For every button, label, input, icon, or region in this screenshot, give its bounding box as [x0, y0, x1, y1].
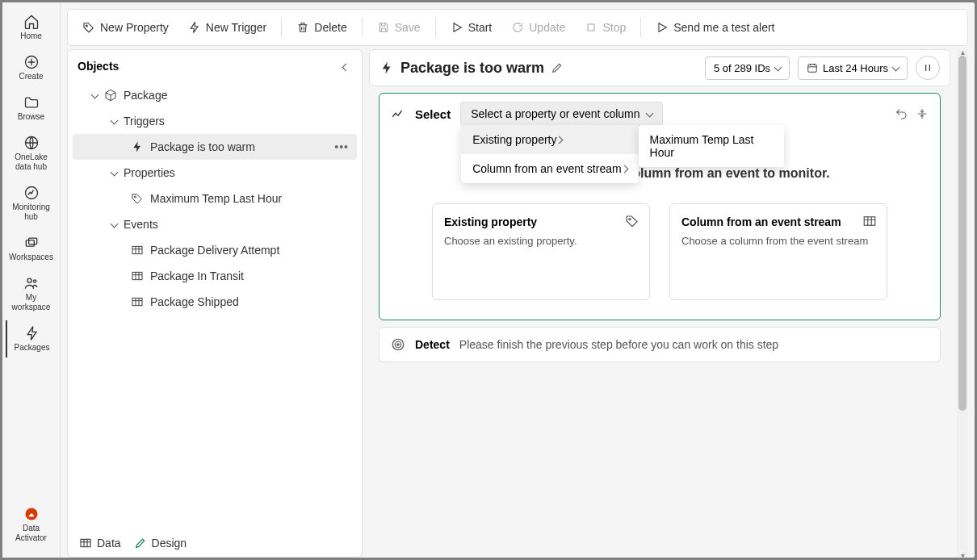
separator: [640, 18, 641, 37]
tree-label: Package Shipped: [150, 295, 239, 308]
collapse-icon[interactable]: [916, 107, 929, 120]
btn-label: Save: [395, 21, 421, 34]
submenu-max-temp[interactable]: Maximum Temp Last Hour: [639, 125, 784, 167]
edit-icon[interactable]: [551, 61, 564, 74]
svg-rect-9: [588, 24, 594, 31]
btn-label: New Property: [100, 21, 169, 34]
tree-properties[interactable]: Properties: [73, 160, 357, 186]
table-icon: [79, 537, 92, 550]
tree-event-delivery-attempt[interactable]: Package Delivery Attempt: [73, 237, 357, 263]
svg-point-16: [629, 219, 631, 220]
tab-data[interactable]: Data: [79, 537, 121, 550]
person-icon: [23, 275, 40, 291]
data-activator-icon: [23, 506, 40, 522]
chevron-down-icon: [111, 166, 117, 179]
rail-onelake[interactable]: OneLake data hub: [6, 130, 57, 177]
collapse-panel-icon[interactable]: [343, 60, 349, 73]
rail-label: Create: [19, 72, 43, 81]
delete-button[interactable]: Delete: [288, 16, 354, 39]
svg-point-6: [33, 280, 36, 282]
trash-icon: [296, 21, 309, 34]
tree-event-in-transit[interactable]: Package In Transit: [73, 263, 357, 289]
chevron-down-icon: [647, 107, 652, 120]
btn-label: New Trigger: [206, 21, 266, 34]
btn-label: Stop: [602, 21, 626, 34]
target-icon: [391, 337, 405, 352]
card-existing-property[interactable]: Existing property Choose an existing pro…: [432, 203, 650, 300]
select-property-dropdown[interactable]: Select a property or event column Existi…: [460, 102, 662, 126]
scroll-down-icon[interactable]: ▾: [958, 551, 967, 559]
objects-header: Objects: [68, 50, 362, 82]
rail-label: Packages: [15, 343, 50, 353]
chart-line-icon: [391, 107, 405, 121]
content-area: Objects Package Triggers Pac: [61, 49, 975, 558]
rail-home[interactable]: Home: [6, 9, 57, 46]
time-range-selector[interactable]: Last 24 Hours: [798, 56, 908, 80]
detect-message: Please finish the previous step before y…: [459, 338, 778, 351]
tree-label: Package: [124, 89, 167, 102]
pill-label: 5 of 289 IDs: [714, 62, 770, 74]
pause-button[interactable]: [916, 56, 940, 80]
undo-icon[interactable]: [895, 107, 908, 120]
tree-label: Triggers: [124, 115, 165, 127]
rail-label: My workspace: [7, 293, 56, 312]
cube-icon: [104, 89, 117, 102]
pencil-icon: [134, 537, 147, 550]
scroll-thumb[interactable]: [958, 56, 967, 411]
nav-rail: Home Create Browse OneLake data hub Moni…: [2, 2, 61, 558]
rail-label: Data Activator: [7, 524, 56, 543]
rail-monitoring[interactable]: Monitoring hub: [6, 180, 57, 227]
rail-packages[interactable]: Packages: [6, 320, 57, 357]
card-desc: Choose an existing property.: [444, 235, 638, 247]
menu-label: Column from an event stream: [472, 162, 621, 175]
tree-package[interactable]: Package: [73, 82, 357, 108]
bolt-icon: [24, 325, 40, 341]
table-icon: [131, 270, 144, 282]
globe-icon: [23, 135, 40, 151]
scrollbar[interactable]: ▴ ▾: [957, 49, 968, 558]
send-test-alert-button[interactable]: Send me a test alert: [648, 16, 782, 39]
rail-my-workspace[interactable]: My workspace: [6, 270, 57, 317]
tab-design[interactable]: Design: [134, 537, 187, 550]
card-title: Existing property: [444, 215, 638, 228]
app-root: Home Create Browse OneLake data hub Moni…: [2, 2, 975, 558]
table-icon: [862, 214, 877, 228]
toolbar: New Property New Trigger Delete Save Sta…: [67, 9, 968, 46]
card-column-from-stream[interactable]: Column from an event stream Choose a col…: [669, 203, 887, 300]
tag-icon: [131, 192, 144, 205]
svg-rect-12: [132, 272, 142, 279]
chevron-down-icon: [111, 115, 117, 127]
detect-step: Detect Please finish the previous step b…: [379, 327, 941, 362]
btn-label: Delete: [314, 21, 346, 34]
tree-events[interactable]: Events: [73, 211, 357, 237]
tree-property-max-temp[interactable]: Maximum Temp Last Hour: [73, 186, 357, 211]
step-title: Select: [415, 107, 451, 121]
tree-trigger-package-too-warm[interactable]: Package is too warm •••: [73, 134, 357, 160]
select-step-card: Select Select a property or event column…: [379, 93, 941, 320]
separator: [281, 18, 282, 37]
new-property-button[interactable]: New Property: [74, 16, 177, 39]
table-icon: [131, 244, 144, 257]
svg-rect-4: [28, 238, 36, 244]
rail-label: OneLake data hub: [7, 153, 56, 172]
scroll-up-icon[interactable]: ▴: [958, 48, 967, 56]
rail-browse[interactable]: Browse: [6, 90, 57, 127]
main-area: New Property New Trigger Delete Save Sta…: [61, 2, 975, 558]
rail-workspaces[interactable]: Workspaces: [6, 230, 57, 267]
new-trigger-button[interactable]: New Trigger: [180, 16, 275, 39]
tree-triggers[interactable]: Triggers: [73, 108, 357, 134]
ids-selector[interactable]: 5 of 289 IDs: [705, 56, 790, 80]
objects-title: Objects: [78, 60, 119, 73]
menu-existing-property[interactable]: Existing property Maximum Temp Last Hour: [461, 125, 638, 154]
play-outline-icon: [656, 21, 669, 34]
rail-data-activator[interactable]: Data Activator: [6, 501, 57, 548]
menu-column-from-stream[interactable]: Column from an event stream: [461, 154, 638, 183]
update-button: Update: [503, 16, 573, 39]
tree-event-shipped[interactable]: Package Shipped: [73, 289, 357, 315]
bolt-icon: [188, 21, 201, 34]
editor-header: Package is too warm 5 of 289 IDs Last 24…: [369, 49, 950, 86]
rail-create[interactable]: Create: [6, 49, 57, 86]
home-icon: [23, 14, 40, 30]
start-button[interactable]: Start: [442, 16, 501, 39]
more-icon[interactable]: •••: [334, 140, 349, 153]
